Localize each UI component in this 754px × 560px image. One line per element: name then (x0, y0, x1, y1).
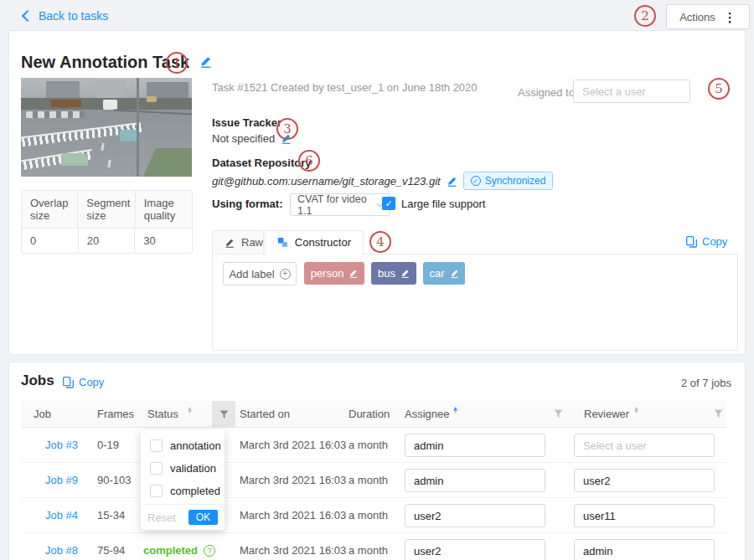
filter-option-validation[interactable]: validation (141, 457, 225, 480)
raw-edit-icon (225, 238, 235, 248)
assigned-to-label: Assigned to (518, 86, 575, 99)
dataset-repository-heading: Dataset Repository (212, 157, 311, 169)
format-select[interactable]: CVAT for video 1.1 (290, 193, 390, 216)
large-file-checkbox[interactable]: ✓ (382, 197, 395, 210)
col-duration: Duration (349, 408, 390, 420)
label-person-name: person (311, 267, 344, 280)
assignee-input[interactable] (405, 504, 545, 527)
callout-1: 1 (166, 52, 188, 74)
reviewer-input[interactable] (574, 504, 715, 527)
sync-check-icon: ✓ (471, 176, 481, 186)
job-frames: 75-94 (97, 544, 125, 557)
table-row: Job #3 0-19 March 3rd 2021 16:03 a month (21, 428, 726, 463)
job-status: completed ? (143, 544, 215, 557)
tab-constructor-label: Constructor (295, 236, 351, 249)
checkbox-validation[interactable] (150, 462, 163, 475)
label-car-name: car (429, 267, 444, 280)
col-reviewer[interactable]: Reviewer (584, 408, 629, 420)
col-job[interactable]: Job (34, 408, 51, 420)
sync-status-text: Synchronized (485, 175, 546, 187)
add-label-text: Add label (229, 268, 274, 280)
edit-label-car-icon[interactable] (450, 269, 459, 278)
assignee-sorter-icon[interactable]: ▲▼ (452, 407, 458, 414)
tab-raw[interactable]: Raw (212, 230, 264, 254)
status-sorter-icon[interactable]: ▲▼ (187, 407, 193, 414)
issue-tracker-heading: Issue Tracker (212, 116, 281, 129)
reviewer-sorter-icon[interactable]: ▲▼ (633, 407, 639, 414)
job-duration: a month (349, 439, 388, 451)
checkbox-annotation[interactable] (150, 439, 163, 452)
task-params-table: Overlap size Segment size Image quality … (21, 190, 193, 254)
add-label-button[interactable]: Add label + (223, 262, 297, 285)
edit-repository-icon[interactable] (447, 176, 457, 187)
copy-icon (686, 236, 697, 248)
table-row: Job #4 15-34 March 3rd 2021 16:03 a mont… (21, 498, 726, 533)
back-to-tasks-link[interactable]: Back to tasks (23, 9, 108, 23)
tab-raw-label: Raw (241, 236, 263, 249)
assignee-input[interactable] (405, 469, 545, 492)
task-preview-image (21, 78, 192, 177)
reviewer-input[interactable] (574, 539, 715, 560)
job-duration: a month (349, 544, 388, 557)
more-vertical-icon: ⋮ (724, 11, 736, 23)
filter-funnel-icon (219, 410, 229, 419)
job-status-text: completed (143, 544, 198, 557)
back-chevron-icon (22, 10, 34, 22)
question-circle-icon[interactable]: ? (204, 545, 215, 557)
filter-funnel-icon (714, 409, 723, 419)
plus-circle-icon: + (280, 269, 291, 280)
param-header-overlap: Overlap size (22, 191, 78, 228)
callout-3: 3 (276, 118, 298, 140)
label-chip-bus[interactable]: bus (371, 262, 416, 285)
tab-constructor[interactable]: Constructor (265, 230, 364, 254)
edit-title-icon[interactable] (199, 55, 212, 68)
reviewer-input[interactable] (574, 434, 715, 457)
filter-funnel-icon (554, 409, 563, 419)
label-chip-car[interactable]: car (423, 262, 465, 285)
col-assignee[interactable]: Assignee (405, 408, 449, 420)
jobs-table-header: Job Frames Status ▲▼ Started on Duration… (21, 401, 726, 428)
jobs-copy-link[interactable]: Copy (63, 376, 104, 388)
checkbox-completed[interactable] (150, 485, 163, 497)
jobs-heading: Jobs (21, 372, 54, 389)
task-meta: Task #1521 Created by test_user_1 on Jun… (212, 81, 478, 94)
filter-option-annotation[interactable]: annotation (141, 434, 225, 457)
job-link[interactable]: Job #8 (45, 544, 78, 557)
filter-option-completed[interactable]: completed (141, 480, 225, 502)
status-filter-button[interactable] (212, 401, 235, 428)
assignee-input[interactable] (405, 539, 545, 560)
job-started: March 3rd 2021 16:03 (240, 439, 346, 451)
label-bus-name: bus (378, 267, 395, 280)
filter-option-validation-label: validation (170, 462, 216, 475)
col-status[interactable]: Status (147, 408, 178, 420)
format-select-value: CVAT for video 1.1 (297, 193, 376, 217)
using-format-label: Using format: (212, 198, 283, 210)
reviewer-filter-button[interactable] (714, 409, 723, 419)
job-frames: 15-34 (97, 509, 125, 521)
actions-button[interactable]: Actions ⋮ (666, 4, 750, 29)
back-link-label: Back to tasks (39, 9, 108, 23)
assignee-input[interactable] (405, 434, 545, 457)
status-filter-dropdown: annotation validation completed Reset OK (141, 429, 225, 530)
job-link[interactable]: Job #4 (45, 509, 78, 521)
assigned-to-input[interactable] (573, 80, 690, 103)
jobs-count: 2 of 7 jobs (681, 377, 731, 389)
filter-ok-button[interactable]: OK (188, 510, 218, 525)
issue-tracker-value: Not specified (212, 132, 275, 145)
job-started: March 3rd 2021 16:03 (240, 474, 346, 486)
assignee-filter-button[interactable] (554, 409, 563, 419)
job-link[interactable]: Job #9 (45, 474, 78, 486)
callout-4: 4 (369, 231, 391, 253)
filter-reset-button[interactable]: Reset (147, 511, 176, 524)
callout-2: 2 (634, 5, 656, 27)
task-title-text: New Annotation Task (21, 53, 189, 71)
edit-label-bus-icon[interactable] (400, 269, 410, 278)
labels-copy-link[interactable]: Copy (686, 235, 727, 248)
jobs-copy-label: Copy (79, 376, 104, 388)
edit-label-person-icon[interactable] (349, 269, 358, 278)
jobs-card: Jobs Copy 2 of 7 jobs Job Frames Status … (8, 362, 746, 560)
job-link[interactable]: Job #3 (45, 439, 78, 451)
label-chip-person[interactable]: person (304, 262, 364, 285)
reviewer-input[interactable] (574, 469, 715, 492)
copy-icon (63, 377, 74, 388)
